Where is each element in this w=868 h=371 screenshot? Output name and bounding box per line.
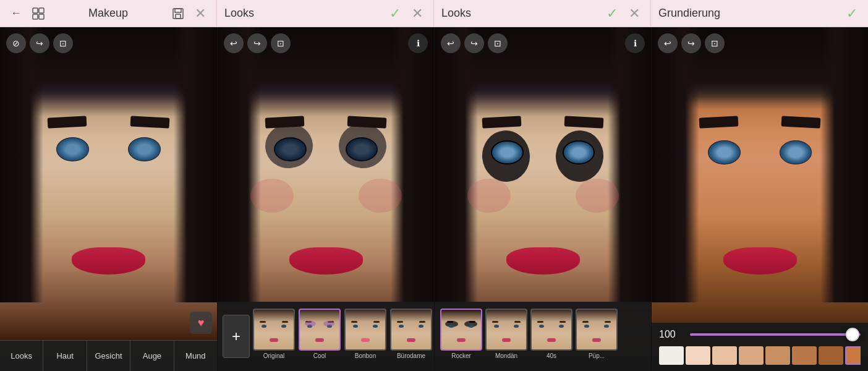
color-swatch-white[interactable] [659, 346, 684, 365]
lips-3 [506, 247, 580, 275]
close-button-3[interactable]: ✕ [626, 5, 643, 22]
section3-title: Looks [441, 7, 471, 20]
t-shadow-r-cool [323, 321, 334, 326]
header-section-makeup: ← Makeup ✕ [0, 0, 217, 27]
look-thumb-rocker[interactable]: Rocker [440, 309, 483, 364]
add-look-button[interactable]: + [223, 315, 250, 358]
look-thumb-pup[interactable]: Püp... [575, 309, 618, 364]
back-button[interactable]: ← [7, 5, 25, 22]
eye-right-1 [128, 137, 161, 161]
hair-left-4 [652, 27, 699, 302]
eyeshadow-right-2 [337, 121, 388, 170]
t-eye-r-40s [559, 325, 564, 328]
t-eyebrow-r-orig [282, 321, 288, 323]
t-lip-pup [592, 338, 601, 342]
look-thumb-40s[interactable]: 40s [530, 309, 573, 364]
eyebrow-right-3 [564, 116, 604, 128]
panel2-icons: ↩ ↪ ⊡ [224, 33, 291, 53]
face-bg-1 [0, 27, 217, 371]
look-thumb-img-cool [299, 309, 341, 351]
crop-icon-1[interactable]: ⊡ [53, 33, 73, 53]
grid-svg [32, 7, 45, 20]
look-thumb-mondan[interactable]: Mondän [485, 309, 528, 364]
look-thumb-img-40s [530, 309, 572, 351]
color-swatch-2[interactable] [712, 346, 737, 365]
t-lip-orig [270, 338, 278, 342]
undo-icon-1[interactable]: ⊘ [6, 33, 26, 53]
look-thumb-bonbon[interactable]: Bonbon [344, 309, 387, 364]
grid-icon[interactable] [30, 5, 47, 22]
close-button-1[interactable]: ✕ [192, 5, 209, 22]
hair-right-4 [820, 27, 868, 302]
undo-icon-3[interactable]: ↩ [441, 33, 461, 53]
look-label-40s: 40s [547, 352, 556, 359]
panel-looks2: ↩ ↪ ⊡ ℹ [434, 27, 651, 371]
confirm-button-3[interactable]: ✓ [603, 5, 621, 22]
redo-icon-4[interactable]: ↪ [681, 33, 701, 53]
color-swatch-7-selected[interactable] [845, 346, 861, 365]
opacity-slider-thumb[interactable] [846, 328, 859, 341]
looks-thumbnails-row: + Original [218, 302, 434, 371]
t-eyebrow-l-buro [397, 321, 403, 323]
eye-left-3 [491, 140, 524, 164]
t-eyebrow-l-40s [537, 321, 543, 323]
look-thumb-cool[interactable]: Cool [298, 309, 341, 364]
t-eye-r-mondan [514, 325, 519, 328]
undo-icon-2[interactable]: ↩ [224, 33, 244, 53]
crop-icon-3[interactable]: ⊡ [488, 33, 508, 53]
tab-looks[interactable]: Looks [0, 341, 43, 371]
header-right-icons-4: ✓ [843, 5, 861, 22]
redo-icon-1[interactable]: ↪ [30, 33, 49, 53]
lips-4 [723, 247, 797, 275]
look-thumb-original[interactable]: Original [252, 309, 296, 364]
header-section-grundierung: Grundierung ✓ [651, 0, 868, 27]
color-swatch-5[interactable] [792, 346, 817, 365]
info-icon-3-wrapper: ℹ [625, 33, 645, 53]
confirm-button-4[interactable]: ✓ [843, 5, 861, 22]
look-thumb-buerodame[interactable]: Bürodame [389, 309, 433, 364]
eyebrow-left-3 [482, 116, 522, 128]
look-label-pup: Püp... [589, 352, 605, 359]
tab-gesicht[interactable]: Gesicht [87, 341, 130, 371]
undo-icon-4[interactable]: ↩ [658, 33, 678, 53]
tab-mund[interactable]: Mund [174, 341, 217, 371]
t-eye-l-rocker [449, 325, 454, 328]
t-shadow-l-cool [305, 321, 316, 326]
save-icon[interactable] [169, 5, 187, 22]
t-eye-r-pup [604, 325, 609, 328]
look-label-original: Original [263, 352, 284, 359]
save-svg [171, 7, 185, 20]
color-swatch-4[interactable] [765, 346, 790, 365]
opacity-slider-track[interactable] [690, 333, 861, 336]
info-icon-3[interactable]: ℹ [625, 33, 645, 53]
tab-auge[interactable]: Auge [130, 341, 174, 371]
blush-right-2 [359, 179, 402, 213]
t-eye-l-bonbon [353, 325, 358, 328]
redo-icon-2[interactable]: ↪ [247, 33, 267, 53]
svg-rect-1 [39, 8, 44, 13]
tab-haut[interactable]: Haut [43, 341, 87, 371]
blush-right-3 [576, 179, 619, 213]
info-icon-2[interactable]: ℹ [408, 33, 428, 53]
lips-2 [289, 247, 363, 275]
color-swatch-1[interactable] [686, 346, 710, 365]
eye-left-1 [56, 137, 89, 161]
slider-value-label: 100 [659, 329, 684, 340]
color-swatch-3[interactable] [739, 346, 764, 365]
svg-rect-0 [33, 8, 38, 13]
panel3-icons: ↩ ↪ ⊡ [441, 33, 508, 53]
section1-title: Makeup [88, 7, 128, 20]
redo-icon-3[interactable]: ↪ [464, 33, 484, 53]
color-swatch-6[interactable] [819, 346, 843, 365]
crop-icon-2[interactable]: ⊡ [271, 33, 291, 53]
t-eyebrow-r-bonbon [373, 321, 380, 323]
confirm-button-2[interactable]: ✓ [386, 5, 404, 22]
favorites-icon[interactable]: ♥ [190, 312, 212, 334]
header-section-looks1: Looks ✓ ✕ [217, 0, 434, 27]
hair-left-1 [0, 27, 43, 302]
close-button-2[interactable]: ✕ [409, 5, 426, 22]
look-label-cool: Cool [313, 352, 326, 359]
t-lip-buro [407, 338, 415, 342]
crop-icon-4[interactable]: ⊡ [705, 33, 725, 53]
look-face-40s [532, 310, 571, 349]
